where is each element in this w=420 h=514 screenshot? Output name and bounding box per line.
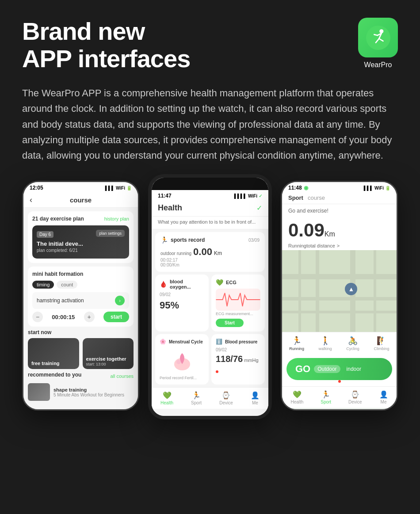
recommended-item[interactable]: shape training 5 Minute Abs Workout for …	[28, 383, 134, 401]
menstrual-card: 🌸 Menstrual Cycle Period record Fertil..…	[155, 334, 209, 385]
start-button[interactable]: start	[103, 312, 129, 322]
health-header: Health ✓	[152, 201, 268, 217]
nav-health[interactable]: 💚 Health	[160, 391, 173, 405]
menstrual-visual	[160, 347, 204, 374]
habit-arrow-icon: ›	[115, 296, 125, 305]
activity-walking[interactable]: 🚶 walking	[319, 336, 332, 351]
phone-middle: 11:47 ▌▌▌▌ WiFi ✓ Health ✓ What you pay …	[148, 174, 272, 419]
phones-section: 12:05 ▌▌▌ WiFi 🔋 ‹ course 21 day exercis…	[22, 181, 398, 419]
activity-tabs: 🏃 Running 🚶 walking 🚴 Cycling 🧗 Climbing	[282, 332, 397, 354]
mini-habit-section: mini habit formation timing count hamstr…	[28, 267, 134, 327]
running-total-link[interactable]: Runningtotal distance >	[282, 241, 397, 250]
go-exercise-label: Go and exercise!	[282, 204, 397, 217]
activity-climbing[interactable]: 🧗 Climbing	[374, 336, 389, 351]
activity-cycling[interactable]: 🚴 Cycling	[346, 336, 359, 351]
blood-oxygen-card: 🩸 blood oxygen... 09/02 95%	[155, 274, 209, 331]
bp-card: ℹ️ Blood pressure 09/02 118/76 mmHg	[211, 334, 265, 385]
exercise-plan-section: 21 day exercise plan history plan Day 6 …	[28, 211, 134, 263]
sports-record-card: 🏃 sports record 03/09 outdoor running 0.…	[155, 232, 265, 272]
activity-running[interactable]: 🏃 Running	[289, 336, 304, 351]
nav-me[interactable]: 👤 Me	[251, 391, 260, 405]
page-container: Brand new APP interfaces WearPro The Wea…	[0, 0, 420, 514]
go-indicator-dot	[338, 380, 341, 383]
main-title: Brand new APP interfaces	[22, 18, 190, 72]
health-cards-row: 🩸 blood oxygen... 09/02 95% 💚 ECG	[155, 274, 265, 331]
course-header: ‹ course	[23, 193, 138, 208]
ecg-visual	[216, 289, 260, 311]
middle-phone-content: Health ✓ What you pay attention to is to…	[152, 201, 268, 419]
map-area: ▲	[282, 250, 397, 332]
health-cards-row2: 🌸 Menstrual Cycle Period record Fertil..…	[155, 334, 265, 385]
nav-sport[interactable]: 🏃 Sport	[191, 391, 202, 405]
rec-thumbnail	[28, 383, 50, 401]
svg-point-1	[379, 29, 383, 33]
exercise-together-card[interactable]: exercise together start: 13:00	[83, 338, 134, 369]
status-bar-right: 11:48 ◉ ▌▌▌ WiFi 🔋	[282, 182, 397, 193]
nav-sport-right[interactable]: 🏃 Sport	[321, 390, 331, 404]
bottom-nav-right: 💚 Health 🏃 Sport ⌚ Device 👤 Me	[282, 386, 397, 408]
status-bar-left: 12:05 ▌▌▌ WiFi 🔋	[23, 182, 138, 193]
nav-device-right[interactable]: ⌚ Device	[348, 390, 362, 404]
course-title: course	[70, 196, 92, 204]
bottom-nav-middle: 💚 Health 🏃 Sport ⌚ Device 👤 Me	[152, 387, 268, 409]
nav-me-right[interactable]: 👤 Me	[379, 390, 388, 404]
nav-health-right[interactable]: 💚 Health	[290, 390, 303, 404]
app-description: The WearPro APP is a comprehensive healt…	[22, 85, 398, 163]
left-phone-content: ‹ course 21 day exercise plan history pl…	[23, 193, 138, 411]
back-icon[interactable]: ‹	[30, 195, 32, 205]
ecg-start-btn[interactable]: Start	[216, 319, 244, 327]
timer-minus-btn[interactable]: −	[32, 312, 43, 322]
health-check-icon: ✓	[256, 204, 262, 212]
ecg-card: 💚 ECG ECG measurement... Start	[211, 274, 265, 331]
svg-line-6	[374, 34, 377, 35]
svg-point-0	[366, 26, 390, 50]
phone-right: 11:48 ◉ ▌▌▌ WiFi 🔋 Sport course Go and e…	[281, 181, 398, 411]
svg-point-8	[176, 360, 181, 364]
sports-icon: 🏃	[160, 236, 168, 244]
phone-left: 12:05 ▌▌▌ WiFi 🔋 ‹ course 21 day exercis…	[22, 181, 139, 411]
sport-header: Sport course	[282, 193, 397, 204]
plan-card[interactable]: Day 6 The initial deve... plan completed…	[32, 225, 129, 259]
app-logo-container: WearPro	[358, 18, 398, 69]
status-bar-middle: 11:47 ▌▌▌▌ WiFi ✓	[152, 190, 268, 201]
start-now-section: start now free training exercise togethe…	[28, 329, 134, 369]
right-phone-content: Sport course Go and exercise! 0.09Km Run…	[282, 193, 397, 411]
header-section: Brand new APP interfaces WearPro	[22, 18, 398, 72]
habit-item[interactable]: hamstring activation ›	[32, 292, 129, 309]
app-logo-icon	[358, 18, 398, 57]
app-name: WearPro	[364, 61, 392, 69]
recommended-section: recommended to you all courses shape tra…	[28, 372, 134, 401]
free-training-card[interactable]: free training	[28, 338, 79, 369]
timer-plus-btn[interactable]: +	[84, 312, 95, 322]
nav-device[interactable]: ⌚ Device	[219, 391, 233, 405]
go-button-row: GO Outdoor indoor	[282, 354, 397, 386]
go-button[interactable]: GO Outdoor indoor	[286, 358, 392, 380]
distance-display: 0.09Km	[282, 217, 397, 241]
